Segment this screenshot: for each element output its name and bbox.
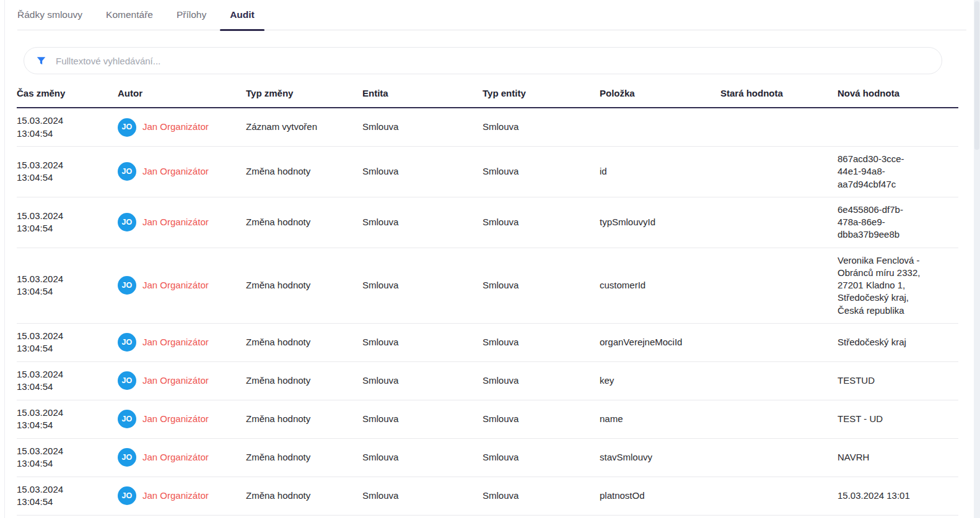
entity-type: Smlouva — [483, 279, 600, 291]
table-row: 15.03.2024 13:04:54 JO Jan Organizátor Z… — [17, 197, 958, 248]
table-row: 15.03.2024 13:04:54 JO Jan Organizátor Z… — [17, 108, 958, 147]
item-field: id — [600, 165, 720, 178]
change-time-text: 13:04:54 — [17, 285, 110, 298]
audit-table: Čas změny Autor Typ změny Entita Typ ent… — [17, 83, 958, 516]
col-header-typ-zmeny: Typ změny — [246, 88, 362, 98]
table-row: 15.03.2024 13:04:54 JO Jan Organizátor Z… — [17, 248, 958, 324]
new-value-cell: TESTUD — [838, 374, 958, 387]
entity-type: Smlouva — [483, 216, 600, 228]
entity: Smlouva — [362, 413, 483, 425]
author-cell: JO Jan Organizátor — [118, 333, 246, 352]
author-name-link[interactable]: Jan Organizátor — [142, 336, 209, 348]
entity: Smlouva — [362, 451, 483, 464]
change-time-text: 13:04:54 — [17, 496, 110, 508]
entity: Smlouva — [362, 121, 483, 133]
change-time-text: 13:04:54 — [17, 171, 110, 184]
tab-bar: Řádky smlouvy Komentáře Přílohy Audit — [17, 0, 966, 30]
change-time: 15.03.2024 13:04:54 — [17, 407, 118, 432]
change-time-text: 13:04:54 — [17, 381, 110, 393]
table-row: 15.03.2024 13:04:54 JO Jan Organizátor Z… — [17, 324, 958, 362]
new-value: NAVRH — [838, 451, 924, 464]
change-time-text: 13:04:54 — [17, 342, 110, 355]
entity: Smlouva — [362, 216, 483, 228]
avatar: JO — [118, 371, 136, 390]
new-value-cell: TEST - UD — [838, 413, 958, 425]
change-date-text: 15.03.2024 — [17, 483, 110, 496]
new-value: TEST - UD — [838, 413, 924, 425]
entity-type: Smlouva — [483, 336, 600, 348]
change-time: 15.03.2024 13:04:54 — [17, 159, 118, 184]
change-type: Změna hodnoty — [246, 490, 362, 502]
tab-audit[interactable]: Audit — [230, 9, 255, 30]
avatar: JO — [118, 486, 136, 505]
table-row: 15.03.2024 13:04:54 JO Jan Organizátor Z… — [17, 362, 958, 400]
author-cell: JO Jan Organizátor — [118, 276, 246, 295]
entity-type: Smlouva — [483, 413, 600, 425]
item-field: name — [600, 413, 720, 425]
avatar: JO — [118, 213, 136, 231]
new-value-cell: 867acd30-3cce-44e1-94a8-aa7d94cbf47c — [838, 153, 958, 191]
new-value: Veronika Fenclová - Obránců míru 2332, 2… — [838, 254, 924, 317]
change-type: Změna hodnoty — [246, 413, 362, 425]
item-field: stavSmlouvy — [600, 451, 720, 464]
avatar: JO — [118, 162, 136, 181]
change-time: 15.03.2024 13:04:54 — [17, 114, 118, 140]
change-date-text: 15.03.2024 — [17, 368, 110, 381]
change-type: Změna hodnoty — [246, 216, 362, 228]
avatar: JO — [118, 448, 136, 467]
col-header-nova-hodnota: Nová hodnota — [838, 88, 958, 98]
author-name-link[interactable]: Jan Organizátor — [142, 490, 209, 502]
change-date-text: 15.03.2024 — [17, 445, 110, 457]
change-date-text: 15.03.2024 — [17, 114, 110, 127]
table-row: 15.03.2024 13:04:54 JO Jan Organizátor Z… — [17, 439, 958, 477]
col-header-typ-entity: Typ entity — [483, 88, 600, 98]
new-value-cell: Veronika Fenclová - Obránců míru 2332, 2… — [838, 254, 958, 317]
change-time-text: 13:04:54 — [17, 222, 110, 235]
tab-prilohy[interactable]: Přílohy — [177, 9, 206, 30]
avatar: JO — [118, 410, 136, 428]
author-cell: JO Jan Organizátor — [118, 410, 246, 428]
author-name-link[interactable]: Jan Organizátor — [142, 121, 209, 133]
change-time: 15.03.2024 13:04:54 — [17, 273, 118, 298]
change-time-text: 13:04:54 — [17, 419, 110, 431]
entity: Smlouva — [362, 279, 483, 291]
new-value: TESTUD — [838, 374, 924, 387]
col-header-entita: Entita — [362, 88, 483, 98]
tab-radky-smlouvy[interactable]: Řádky smlouvy — [17, 9, 82, 30]
author-cell: JO Jan Organizátor — [118, 213, 246, 231]
change-time: 15.03.2024 13:04:54 — [17, 330, 118, 355]
vertical-scrollbar[interactable] — [974, 0, 980, 518]
author-name-link[interactable]: Jan Organizátor — [142, 413, 209, 425]
col-header-cas-zmeny: Čas změny — [17, 88, 118, 98]
entity: Smlouva — [362, 336, 483, 348]
entity-type: Smlouva — [483, 121, 600, 133]
author-name-link[interactable]: Jan Organizátor — [142, 216, 209, 228]
change-date-text: 15.03.2024 — [17, 210, 110, 222]
scrollbar-thumb[interactable] — [974, 1, 979, 150]
new-value: Středočeský kraj — [838, 336, 924, 348]
entity-type: Smlouva — [483, 451, 600, 464]
new-value: 867acd30-3cce-44e1-94a8-aa7d94cbf47c — [838, 153, 924, 191]
new-value-cell: Středočeský kraj — [838, 336, 958, 348]
new-value: 6e455806-df7b-478a-86e9-dbba37b9ee8b — [838, 204, 924, 241]
author-cell: JO Jan Organizátor — [118, 486, 246, 505]
author-cell: JO Jan Organizátor — [118, 118, 246, 137]
author-name-link[interactable]: Jan Organizátor — [142, 279, 209, 291]
change-date-text: 15.03.2024 — [17, 407, 110, 419]
col-header-stara-hodnota: Stará hodnota — [720, 88, 838, 98]
panel-left-edge — [4, 0, 5, 518]
change-type: Záznam vytvořen — [246, 121, 362, 133]
author-cell: JO Jan Organizátor — [118, 371, 246, 390]
entity: Smlouva — [362, 165, 483, 178]
table-row: 15.03.2024 13:04:54 JO Jan Organizátor Z… — [17, 400, 958, 439]
author-name-link[interactable]: Jan Organizátor — [142, 451, 209, 464]
filter-funnel-icon[interactable] — [35, 55, 47, 67]
item-field: organVerejneMociId — [600, 336, 720, 348]
author-name-link[interactable]: Jan Organizátor — [142, 374, 209, 387]
search-input[interactable] — [56, 56, 930, 66]
tab-komentare[interactable]: Komentáře — [106, 9, 153, 30]
table-header-row: Čas změny Autor Typ změny Entita Typ ent… — [17, 83, 958, 108]
author-name-link[interactable]: Jan Organizátor — [142, 165, 209, 178]
change-type: Změna hodnoty — [246, 279, 362, 291]
fulltext-search-bar — [24, 47, 942, 74]
